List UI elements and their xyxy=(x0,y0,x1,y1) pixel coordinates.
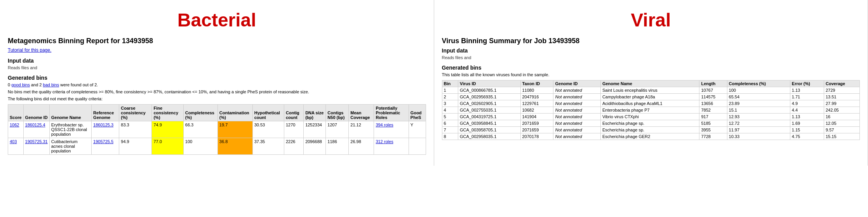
table-row: 4 GCA_002755035.1 10682 Not annotated En… xyxy=(442,107,860,114)
cell-score[interactable]: 1062 xyxy=(8,121,24,138)
cell-virus-id: GCA_002755035.1 xyxy=(458,107,520,114)
cell-genome-id: Not annotated xyxy=(553,120,600,127)
col-hypo: Hypothetical count xyxy=(252,105,284,121)
cell-length: 13656 xyxy=(699,100,727,107)
cell-problematic-roles[interactable]: 312 roles xyxy=(374,138,409,155)
col-ref-genome: Reference Genome xyxy=(92,105,119,121)
cell-genome-id: Not annotated xyxy=(553,127,600,133)
tutorial-link[interactable]: Tutorial for this page. xyxy=(8,47,426,53)
cell-bin: 1 xyxy=(442,87,458,94)
cell-completeness: 66.3 xyxy=(183,121,217,138)
good-bins-link[interactable]: good bins xyxy=(11,82,30,87)
bacterial-bins-table: Score Genome ID Genome Name Reference Ge… xyxy=(8,104,426,155)
cell-taxon-id: 2070178 xyxy=(520,133,553,140)
cell-fine: 77.0 xyxy=(152,138,183,155)
cell-problematic-roles[interactable]: 394 roles xyxy=(374,121,409,138)
cell-taxon-id: 141904 xyxy=(520,114,553,120)
viral-col-genome-id: Genome ID xyxy=(553,80,600,87)
cell-ref-genome[interactable]: 1860125.3 xyxy=(92,121,119,138)
cell-taxon-id: 1229761 xyxy=(520,100,553,107)
cell-completeness: 100 xyxy=(727,87,790,94)
cell-virus-id: GCA_000866785.1 xyxy=(458,87,520,94)
table-row: 3 GCA_002602905.1 1229761 Not annotated … xyxy=(442,100,860,107)
viral-col-completeness: Completeness (%) xyxy=(727,80,790,87)
cell-completeness: 11.97 xyxy=(727,127,790,133)
cell-length: 7852 xyxy=(699,107,727,114)
cell-completeness: 15.1 xyxy=(727,107,790,114)
good-bins-text: 0 good bins and 2 bad bins were found ou… xyxy=(8,82,426,87)
cell-error: 1.71 xyxy=(790,94,824,100)
cell-genome-name: Escherichia phage GER2 xyxy=(600,133,699,140)
cell-genome-name: Vibrio virus CTXphi xyxy=(600,114,699,120)
cell-virus-id: GCA_003958705.1 xyxy=(458,127,520,133)
cell-coverage: 13.51 xyxy=(824,94,859,100)
bacterial-panel: Bacterial Metagenomics Binning Report fo… xyxy=(0,0,434,166)
cell-error: 1.13 xyxy=(790,114,824,120)
table-row: 7 GCA_003958705.1 2071659 Not annotated … xyxy=(442,127,860,133)
cell-error: 4.75 xyxy=(790,133,824,140)
col-contamination: Contamination (%) xyxy=(217,105,252,121)
cell-score[interactable]: 403 xyxy=(8,138,24,155)
viral-input-data-heading: Input data xyxy=(442,47,860,54)
table-row: 2 GCA_002956935.1 2047916 Not annotated … xyxy=(442,94,860,100)
cell-good-phes xyxy=(409,138,426,155)
col-mean-coverage: Mean Coverage xyxy=(349,105,374,121)
viral-col-taxon-id: Taxon ID xyxy=(520,80,553,87)
table-row: 6 GCA_003958845.1 2071659 Not annotated … xyxy=(442,120,860,127)
cell-completeness: 100 xyxy=(183,138,217,155)
viral-report-heading: Virus Binning Summary for Job 13493958 xyxy=(442,37,860,45)
cell-length: 5185 xyxy=(699,120,727,127)
cell-error: 1.13 xyxy=(790,87,824,94)
bad-bins-link[interactable]: bad bins xyxy=(43,82,59,87)
cell-coverage: 15.15 xyxy=(824,133,859,140)
col-good-phes: Good PheS xyxy=(409,105,426,121)
cell-genome-name: Saint Louis encephalitis virus xyxy=(600,87,699,94)
table-row: 1 GCA_000866785.1 11080 Not annotated Sa… xyxy=(442,87,860,94)
cell-coverage: 16 xyxy=(824,114,859,120)
cell-virus-id: GCA_002958035.1 xyxy=(458,133,520,140)
cell-hypo: 37.35 xyxy=(252,138,284,155)
cell-ref-genome[interactable]: 1905725.5 xyxy=(92,138,119,155)
table-row: 403 1905725.31 Cutibacterium acnes clona… xyxy=(8,138,426,155)
cell-error: 1.69 xyxy=(790,120,824,127)
cell-length: 10767 xyxy=(699,87,727,94)
cell-virus-id: GCA_003958845.1 xyxy=(458,120,520,127)
cell-coverage: 242.05 xyxy=(824,107,859,114)
cell-completeness: 12.72 xyxy=(727,120,790,127)
cell-good-phes: Y xyxy=(409,121,426,138)
following-text: The following bins did not meet the qual… xyxy=(8,96,426,101)
cell-coverage: 2729 xyxy=(824,87,859,94)
cell-coverage: 9.57 xyxy=(824,127,859,133)
cell-fine: 74.9 xyxy=(152,121,183,138)
cell-genome-id: Not annotated xyxy=(553,133,600,140)
cell-taxon-id: 2071659 xyxy=(520,120,553,127)
cell-coarse: 83.3 xyxy=(119,121,152,138)
cell-genome-name: Escherichia phage sp. xyxy=(600,120,699,127)
cell-contigs-n50: 1186 xyxy=(326,138,349,155)
cell-error: 4.4 xyxy=(790,107,824,114)
cell-genome-id[interactable]: 1860125.4 xyxy=(23,121,49,138)
viral-generated-bins-heading: Generated bins xyxy=(442,65,860,71)
cell-hypo: 30.53 xyxy=(252,121,284,138)
cell-taxon-id: 2071659 xyxy=(520,127,553,133)
cell-mean-coverage: 21.12 xyxy=(349,121,374,138)
cell-genome-name: Escherichia phage sp. xyxy=(600,127,699,133)
cell-contig-count: 1270 xyxy=(284,121,304,138)
viral-col-error: Error (%) xyxy=(790,80,824,87)
cell-bin: 2 xyxy=(442,94,458,100)
cell-genome-id[interactable]: 1905725.31 xyxy=(23,138,49,155)
viral-col-bin: Bin xyxy=(442,80,458,87)
cell-completeness: 12.93 xyxy=(727,114,790,120)
viral-col-length: Length xyxy=(699,80,727,87)
cell-length: 3955 xyxy=(699,127,727,133)
cell-genome-name: Enterobacteria phage P7 xyxy=(600,107,699,114)
table-row: 8 GCA_002958035.1 2070178 Not annotated … xyxy=(442,133,860,140)
col-problematic-roles: Potentially Problematic Roles xyxy=(374,105,409,121)
cell-bin: 3 xyxy=(442,100,458,107)
cell-bin: 5 xyxy=(442,114,458,120)
col-genome-id: Genome ID xyxy=(23,105,49,121)
col-contigs-n50: Contigs N50 (bp) xyxy=(326,105,349,121)
col-fine: Fine consistency (%) xyxy=(152,105,183,121)
cell-contamination: 36.8 xyxy=(217,138,252,155)
cell-bin: 7 xyxy=(442,127,458,133)
